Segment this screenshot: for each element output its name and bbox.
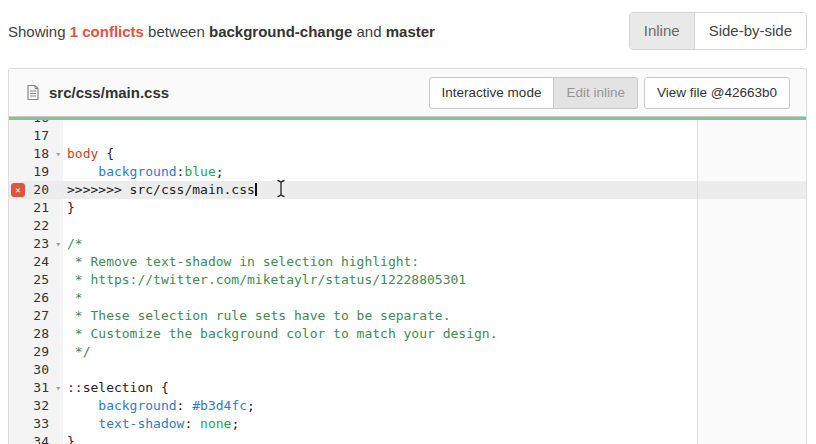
fold-arrow-icon[interactable]: ▾ <box>56 379 61 397</box>
line-number: 22 <box>33 217 49 235</box>
code-line-content[interactable]: * Customize the background color to matc… <box>63 325 497 343</box>
file-header: src/css/main.css Interactive mode Edit i… <box>9 69 806 117</box>
conflict-marker-icon: ✕ <box>11 183 25 197</box>
code-line[interactable]: 28 * Customize the background color to m… <box>9 325 806 343</box>
code-line-content[interactable]: } <box>63 199 75 217</box>
code-line[interactable]: 32 background: #b3d4fc; <box>9 397 806 415</box>
code-line[interactable]: 19 background:blue; <box>9 163 806 181</box>
line-number: 28 <box>33 325 49 343</box>
code-line[interactable]: 27 * These selection rule sets have to b… <box>9 307 806 325</box>
line-gutter: 30 <box>9 361 63 379</box>
line-number: 19 <box>33 163 49 181</box>
interactive-mode-button[interactable]: Interactive mode <box>429 77 555 109</box>
view-file-button[interactable]: View file @42663b0 <box>644 77 790 109</box>
code-line-content[interactable]: * https://twitter.com/miketaylr/status/1… <box>63 271 466 289</box>
line-number: 26 <box>33 289 49 307</box>
line-number: 31 <box>33 379 49 397</box>
line-gutter: 31▾ <box>9 379 63 397</box>
code-line-content[interactable]: body { <box>63 145 114 163</box>
line-number: 25 <box>33 271 49 289</box>
inline-view-button[interactable]: Inline <box>630 13 694 49</box>
text-cursor-pointer <box>275 179 287 202</box>
code-line[interactable]: ✕20>>>>>>> src/css/main.css <box>9 181 806 199</box>
line-number: 21 <box>33 199 49 217</box>
code-line-content[interactable]: * Remove text-shadow in selection highli… <box>63 253 419 271</box>
line-gutter: 29 <box>9 343 63 361</box>
line-gutter: 18▾ <box>9 145 63 163</box>
conflict-summary-bar: Showing 1 conflicts between background-c… <box>8 12 807 50</box>
code-line[interactable]: 30 <box>9 361 806 379</box>
line-gutter: 34 <box>9 433 63 444</box>
branch-name-base: master <box>386 23 435 40</box>
code-line[interactable]: 26 * <box>9 289 806 307</box>
code-line[interactable]: 18▾body { <box>9 145 806 163</box>
line-gutter: 17 <box>9 127 63 145</box>
code-line[interactable]: 33 text-shadow: none; <box>9 415 806 433</box>
file-icon <box>25 84 41 101</box>
fold-arrow-icon[interactable]: ▾ <box>56 235 61 253</box>
code-line[interactable]: 25 * https://twitter.com/miketaylr/statu… <box>9 271 806 289</box>
line-number: 30 <box>33 361 49 379</box>
code-line-content[interactable]: * These selection rule sets have to be s… <box>63 307 451 325</box>
line-number: 29 <box>33 343 49 361</box>
line-gutter: 24 <box>9 253 63 271</box>
code-line[interactable]: 29 */ <box>9 343 806 361</box>
code-editor-lines[interactable]: 161718▾body {19 background:blue;✕20>>>>>… <box>9 120 806 444</box>
side-by-side-view-button[interactable]: Side-by-side <box>694 13 806 49</box>
code-line-content[interactable]: text-shadow: none; <box>63 415 239 433</box>
code-line-content[interactable]: >>>>>>> src/css/main.css <box>63 181 257 199</box>
fold-arrow-icon[interactable]: ▾ <box>56 145 61 163</box>
code-line-content[interactable] <box>63 217 67 235</box>
line-gutter: 21 <box>9 199 63 217</box>
code-line-content[interactable] <box>63 127 67 145</box>
code-line[interactable]: 23▾/* <box>9 235 806 253</box>
line-number: 27 <box>33 307 49 325</box>
view-mode-toggle: Inline Side-by-side <box>629 12 807 50</box>
line-gutter: 32 <box>9 397 63 415</box>
code-line[interactable]: 34} <box>9 433 806 444</box>
conflict-count: 1 conflicts <box>70 23 144 40</box>
code-line-content[interactable]: background:blue; <box>63 163 224 181</box>
code-line[interactable]: 16 <box>9 120 806 127</box>
editor-right-border <box>697 120 698 444</box>
line-gutter: 25 <box>9 271 63 289</box>
code-line[interactable]: 17 <box>9 127 806 145</box>
edit-inline-button[interactable]: Edit inline <box>554 77 638 109</box>
line-number: 32 <box>33 397 49 415</box>
line-number: 34 <box>33 433 49 444</box>
code-editor[interactable]: 161718▾body {19 background:blue;✕20>>>>>… <box>9 120 806 444</box>
code-line-content[interactable]: /* <box>63 235 83 253</box>
line-number: 17 <box>33 127 49 145</box>
line-gutter: ✕20 <box>9 181 63 199</box>
code-line-content[interactable]: ::selection { <box>63 379 169 397</box>
summary-between: between <box>148 23 205 40</box>
code-line-content[interactable] <box>63 361 67 379</box>
code-line-content[interactable]: */ <box>63 343 90 361</box>
line-number: 23 <box>33 235 49 253</box>
text-caret <box>255 183 257 196</box>
line-gutter: 23▾ <box>9 235 63 253</box>
code-line-content[interactable] <box>63 120 67 127</box>
line-gutter: 33 <box>9 415 63 433</box>
summary-and: and <box>357 23 382 40</box>
code-line[interactable]: 21} <box>9 199 806 217</box>
line-number: 24 <box>33 253 49 271</box>
code-line-content[interactable]: } <box>63 433 75 444</box>
code-line-content[interactable]: * <box>63 289 83 307</box>
line-number: 33 <box>33 415 49 433</box>
line-gutter: 26 <box>9 289 63 307</box>
line-gutter: 19 <box>9 163 63 181</box>
code-line[interactable]: 24 * Remove text-shadow in selection hig… <box>9 253 806 271</box>
line-number: 16 <box>33 120 49 127</box>
code-line[interactable]: 22 <box>9 217 806 235</box>
line-gutter: 16 <box>9 120 63 127</box>
file-conflict-panel: src/css/main.css Interactive mode Edit i… <box>8 68 807 444</box>
file-path: src/css/main.css <box>49 84 169 101</box>
conflict-summary-text: Showing 1 conflicts between background-c… <box>8 23 435 40</box>
code-line[interactable]: 31▾::selection { <box>9 379 806 397</box>
line-gutter: 28 <box>9 325 63 343</box>
branch-name-head: background-change <box>209 23 352 40</box>
code-line-content[interactable]: background: #b3d4fc; <box>63 397 255 415</box>
line-gutter: 27 <box>9 307 63 325</box>
line-number: 18 <box>33 145 49 163</box>
